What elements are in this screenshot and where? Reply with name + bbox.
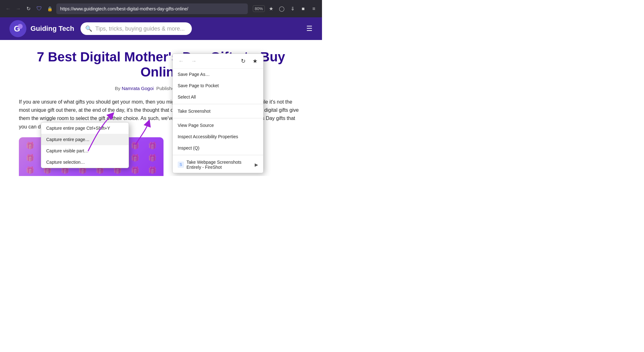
context-select-all[interactable]: Select All	[173, 91, 263, 103]
context-back-button[interactable]: ←	[176, 57, 186, 66]
lock-icon: 🔒	[47, 6, 53, 11]
forward-button[interactable]: →	[14, 4, 23, 13]
save-page-as-label: Save Page As…	[178, 72, 210, 77]
context-divider-2	[173, 118, 263, 118]
capture-submenu: Capture entire page Ctrl+Shift+Y Capture…	[41, 122, 129, 168]
capture-selection[interactable]: Capture selection…	[41, 156, 129, 168]
context-save-page-as[interactable]: Save Page As…	[173, 69, 263, 80]
context-reload-button[interactable]: ↻	[239, 56, 247, 66]
website-header: G Guiding Tech 🔍 Tips, tricks, buying gu…	[0, 17, 322, 40]
site-logo: G	[9, 20, 27, 37]
context-inspect[interactable]: Inspect (Q)	[173, 142, 263, 154]
site-search[interactable]: 🔍 Tips, tricks, buying guides & more...	[80, 22, 192, 35]
context-save-to-pocket[interactable]: Save Page to Pocket	[173, 80, 263, 91]
search-placeholder: Tips, tricks, buying guides & more...	[95, 26, 185, 32]
shield-icon: 🛡	[36, 5, 42, 12]
capture-entire[interactable]: Capture entire page…	[41, 134, 129, 145]
fireshot-label: Take Webpage Screenshots Entirely - Fire…	[186, 160, 252, 170]
url-text: https://www.guidingtech.com/best-digital…	[60, 6, 244, 11]
context-fireshot[interactable]: S Take Webpage Screenshots Entirely - Fi…	[173, 156, 263, 173]
capture-entire-keyboard[interactable]: Capture entire page Ctrl+Shift+Y	[41, 122, 129, 134]
hamburger-menu[interactable]: ☰	[306, 25, 313, 33]
view-source-label: View Page Source	[178, 123, 214, 128]
context-menu-header: ← → ↻ ★	[173, 54, 263, 69]
capture-entire-keyboard-label: Capture entire page Ctrl+Shift+Y	[46, 126, 110, 131]
context-forward-button[interactable]: →	[189, 57, 198, 66]
submenu-arrow-icon: ▶	[255, 162, 258, 167]
fireshot-icon: S	[178, 162, 184, 168]
pocket-button[interactable]: ◯	[277, 4, 286, 13]
context-view-source[interactable]: View Page Source	[173, 120, 263, 131]
save-to-pocket-label: Save Page to Pocket	[178, 83, 219, 88]
capture-visible-label: Capture visible part…	[46, 148, 89, 153]
context-divider-3	[173, 155, 263, 155]
nav-buttons: ← → ↻	[4, 4, 33, 13]
logo-area: G Guiding Tech	[9, 20, 74, 37]
context-take-screenshot[interactable]: Take Screenshot	[173, 105, 263, 117]
site-name: Guiding Tech	[31, 25, 74, 33]
capture-visible[interactable]: Capture visible part…	[41, 145, 129, 156]
inspect-label: Inspect (Q)	[178, 145, 199, 150]
context-inspect-accessibility[interactable]: Inspect Accessibility Properties	[173, 131, 263, 142]
context-divider-1	[173, 104, 263, 104]
context-bookmark-button[interactable]: ★	[251, 56, 259, 66]
search-icon: 🔍	[85, 25, 92, 32]
svg-point-2	[18, 24, 23, 29]
address-bar[interactable]: https://www.guidingtech.com/best-digital…	[56, 3, 248, 14]
reload-button[interactable]: ↻	[24, 4, 33, 13]
menu-button[interactable]: ≡	[309, 4, 318, 13]
author-link[interactable]: Namrata Gogoi	[122, 86, 154, 91]
inspect-accessibility-label: Inspect Accessibility Properties	[178, 134, 238, 139]
browser-actions: 80% ★ ◯ ⇓ ■ ≡	[253, 4, 318, 13]
extensions-button[interactable]: ■	[299, 4, 308, 13]
capture-selection-label: Capture selection…	[46, 160, 85, 165]
context-menu: ← → ↻ ★ Save Page As… Save Page to Pocke…	[172, 54, 264, 173]
select-all-label: Select All	[178, 94, 196, 99]
bookmark-button[interactable]: ★	[267, 4, 275, 13]
back-button[interactable]: ←	[4, 4, 13, 13]
zoom-level: 80%	[253, 5, 265, 12]
take-screenshot-label: Take Screenshot	[178, 109, 210, 114]
capture-entire-label: Capture entire page…	[46, 137, 90, 142]
download-button[interactable]: ⇓	[288, 4, 297, 13]
browser-chrome: ← → ↻ 🛡 🔒 https://www.guidingtech.com/be…	[0, 0, 322, 17]
